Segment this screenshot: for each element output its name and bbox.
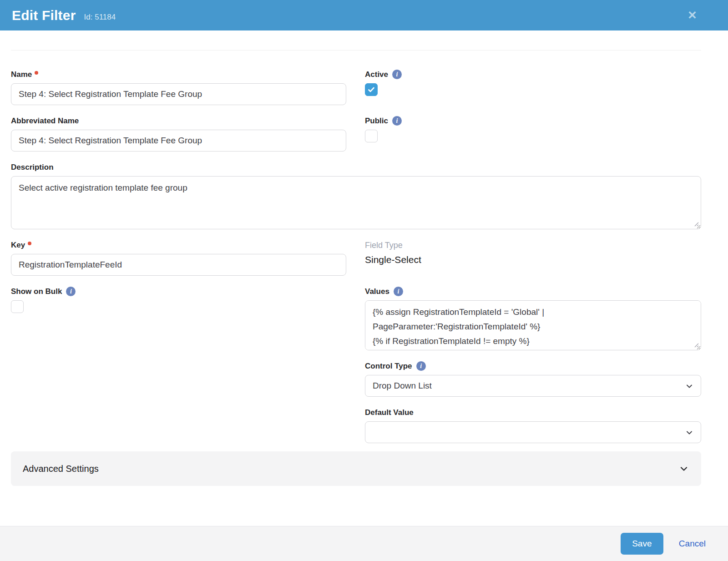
advanced-settings-toggle[interactable]: Advanced Settings <box>11 451 701 486</box>
required-indicator <box>35 71 38 75</box>
info-icon[interactable]: i <box>392 70 402 79</box>
modal-footer: Save Cancel <box>0 526 728 561</box>
chevron-down-icon <box>685 428 694 437</box>
check-icon <box>367 86 375 94</box>
control-type-label: Control Type i <box>365 361 701 371</box>
save-button[interactable]: Save <box>621 533 663 555</box>
name-label: Name <box>11 70 346 79</box>
name-field-group: Name <box>11 70 346 105</box>
chevron-down-icon <box>685 382 694 391</box>
field-type-group: Field Type Single-Select <box>365 240 701 276</box>
right-column: Values i {% assign RegistrationTemplateI… <box>365 287 701 443</box>
abbreviated-name-input[interactable] <box>11 130 346 152</box>
show-on-bulk-label: Show on Bulk i <box>11 287 346 296</box>
abbreviated-name-label: Abbreviated Name <box>11 116 346 126</box>
divider <box>11 50 701 51</box>
values-field-group: Values i {% assign RegistrationTemplateI… <box>365 287 701 350</box>
description-label: Description <box>11 162 701 172</box>
show-on-bulk-field-group: Show on Bulk i <box>11 287 346 432</box>
name-input[interactable] <box>11 83 346 105</box>
key-label: Key <box>11 240 346 250</box>
info-icon[interactable]: i <box>66 287 76 296</box>
default-value-select[interactable] <box>365 421 701 443</box>
description-textarea[interactable]: Select active registration template fee … <box>11 176 701 229</box>
show-on-bulk-checkbox[interactable] <box>11 300 24 313</box>
info-icon[interactable]: i <box>394 287 403 296</box>
public-checkbox[interactable] <box>365 130 378 142</box>
active-label: Active i <box>365 70 701 79</box>
control-type-select[interactable]: Drop Down List <box>365 375 701 397</box>
field-type-value: Single-Select <box>365 254 701 266</box>
info-icon[interactable]: i <box>392 116 402 126</box>
active-field-group: Active i <box>365 70 701 105</box>
control-type-field-group: Control Type i Drop Down List <box>365 361 701 397</box>
close-icon[interactable]: ✕ <box>688 10 697 21</box>
modal-header: Edit Filter Id: 51184 ✕ <box>0 0 728 30</box>
values-textarea[interactable]: {% assign RegistrationTemplateId = 'Glob… <box>365 300 701 350</box>
default-value-field-group: Default Value <box>365 408 701 443</box>
required-indicator <box>28 242 31 245</box>
cancel-button[interactable]: Cancel <box>679 539 706 549</box>
control-type-selected-value: Drop Down List <box>373 381 432 391</box>
advanced-settings-label: Advanced Settings <box>23 464 99 474</box>
field-type-label: Field Type <box>365 240 701 250</box>
edit-filter-form: Name Active i Abbreviated Name <box>0 30 728 486</box>
key-field-group: Key <box>11 240 346 276</box>
info-icon[interactable]: i <box>416 361 426 371</box>
active-checkbox[interactable] <box>365 83 378 96</box>
key-input[interactable] <box>11 254 346 276</box>
default-value-label: Default Value <box>365 408 701 417</box>
public-label: Public i <box>365 116 701 126</box>
page-title: Edit Filter <box>12 8 76 23</box>
filter-id-text: Id: 51184 <box>84 13 116 22</box>
public-field-group: Public i <box>365 116 701 152</box>
abbreviated-name-field-group: Abbreviated Name <box>11 116 346 152</box>
values-label: Values i <box>365 287 701 296</box>
description-field-group: Description Select active registration t… <box>11 162 701 229</box>
chevron-down-icon <box>678 463 689 474</box>
